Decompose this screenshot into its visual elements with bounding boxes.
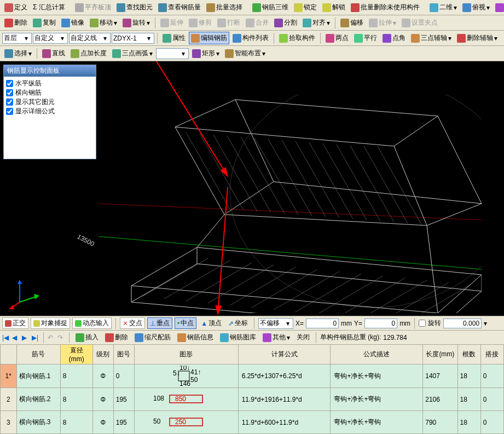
- delaux-btn[interactable]: 删除辅轴 ▾: [455, 32, 500, 44]
- coord-toggle[interactable]: ⇗坐标: [226, 317, 250, 329]
- panel-item-3[interactable]: 显示详细公式: [6, 107, 94, 116]
- dyn-btn[interactable]: 动态: [493, 1, 504, 14]
- nav-next[interactable]: ▶: [22, 334, 30, 342]
- rect-btn[interactable]: 矩形 ▾: [190, 47, 222, 60]
- pickelem-btn[interactable]: 拾取构件: [277, 32, 317, 44]
- offset-btn[interactable]: 偏移: [338, 16, 366, 29]
- nav-rebarinfo[interactable]: 钢筋信息: [175, 331, 216, 344]
- panel-item-0[interactable]: 水平纵筋: [6, 79, 94, 88]
- nav-scalerebar[interactable]: 缩尺配筋: [132, 331, 173, 344]
- break-btn[interactable]: 打断: [215, 16, 242, 29]
- merge-btn[interactable]: 合并: [244, 16, 271, 29]
- cell-shape[interactable]: 50250: [134, 411, 238, 434]
- findelem-btn[interactable]: 查找图元: [114, 1, 155, 14]
- rot-input[interactable]: [443, 319, 482, 328]
- rebar3d-btn[interactable]: 钢筋三维: [250, 1, 291, 14]
- cell-len[interactable]: 2106: [423, 388, 457, 411]
- select-btn[interactable]: 选择 ▾: [2, 47, 34, 60]
- pointangle-btn[interactable]: 点角: [380, 32, 408, 44]
- table-row[interactable]: 1*横向钢筋.18Φ010↓5↓41↑501466.25*d+1307+6.25…: [1, 364, 504, 388]
- persp-btn[interactable]: 俯视 ▾: [460, 1, 492, 14]
- th-splice[interactable]: 搭接: [480, 345, 503, 364]
- cell-shape[interactable]: 108850: [134, 388, 238, 411]
- cell-id[interactable]: 横向钢筋.2: [16, 388, 60, 411]
- th-diameter[interactable]: 直径(mm): [60, 345, 92, 364]
- stretch-btn[interactable]: 拉伸 ▾: [367, 16, 398, 29]
- rot-check[interactable]: [419, 320, 426, 327]
- nav-other[interactable]: 其他 ▾: [260, 331, 292, 344]
- nav-undo[interactable]: ↶: [48, 334, 55, 342]
- table-row[interactable]: 3横向钢筋.38Φ1955025011.9*d+600+11.9*d弯钩+净长+…: [1, 411, 504, 434]
- cell-formula[interactable]: 11.9*d+600+11.9*d: [238, 411, 331, 434]
- lock-btn[interactable]: 锁定: [292, 1, 319, 14]
- cell-desc[interactable]: 弯钩+净长+弯钩: [331, 364, 423, 388]
- arc3-btn[interactable]: 三点画弧 ▾: [110, 47, 155, 60]
- nav-prev[interactable]: ◀: [12, 334, 20, 342]
- unlock-btn[interactable]: 解锁: [320, 1, 347, 14]
- batchsel-btn[interactable]: 批量选择: [204, 1, 245, 14]
- panel-check-1[interactable]: [6, 89, 13, 96]
- nav-insert[interactable]: 插入: [73, 331, 101, 344]
- viewport-3d[interactable]: 钢筋显示控制面板 水平纵筋 横向钢筋 显示其它图元 显示详细公式: [0, 61, 504, 316]
- cell-dia[interactable]: 8: [60, 388, 92, 411]
- th-count[interactable]: 根数: [457, 345, 480, 364]
- panel-check-3[interactable]: [6, 108, 13, 115]
- mirror-btn[interactable]: 镜像: [59, 16, 86, 29]
- zdyx-drop[interactable]: ZDYX-1▾: [112, 33, 154, 44]
- cell-spl[interactable]: 0: [480, 364, 503, 388]
- nav-last[interactable]: ▶|: [32, 334, 39, 342]
- rebar-grid[interactable]: 筋号 直径(mm) 级别 图号 图形 计算公式 公式描述 长度(mm) 根数 搭…: [0, 344, 504, 434]
- cell-dia[interactable]: 8: [60, 411, 92, 434]
- rotate-btn[interactable]: 旋转 ▾: [120, 16, 152, 29]
- panel-check-0[interactable]: [6, 80, 13, 87]
- nav-first[interactable]: |◀: [2, 334, 10, 342]
- extend-btn[interactable]: 延伸: [158, 16, 186, 29]
- th-level[interactable]: 级别: [92, 345, 113, 364]
- cell-shapeno[interactable]: 195: [113, 388, 134, 411]
- x-input[interactable]: [306, 319, 339, 328]
- line-btn[interactable]: 直线: [40, 47, 67, 60]
- floor-drop[interactable]: 首层▾: [2, 33, 32, 44]
- define-btn[interactable]: 定义: [2, 1, 30, 14]
- twotri-btn[interactable]: 二维 ▾: [427, 1, 459, 14]
- del-btn[interactable]: 删除: [2, 16, 30, 29]
- mid-toggle[interactable]: •中点: [175, 317, 196, 329]
- osnap-toggle[interactable]: 对象捕捉: [31, 317, 70, 329]
- smartlay-btn[interactable]: 智能布置 ▾: [223, 47, 268, 60]
- cell-level[interactable]: Φ: [92, 388, 113, 411]
- panel-item-2[interactable]: 显示其它图元: [6, 97, 94, 107]
- cell-dia[interactable]: 8: [60, 364, 92, 388]
- cell-len[interactable]: 790: [423, 411, 457, 434]
- style-drop[interactable]: ▾: [156, 48, 189, 59]
- panel-check-2[interactable]: [6, 99, 13, 106]
- cell-desc[interactable]: 弯钩+净长+弯钩: [331, 388, 423, 411]
- elemlist-btn[interactable]: 构件列表: [230, 32, 271, 44]
- cell-id[interactable]: 横向钢筋.1: [16, 364, 60, 388]
- y-input[interactable]: [364, 319, 397, 328]
- nav-close[interactable]: 关闭: [294, 331, 312, 344]
- th-shapeno[interactable]: 图号: [113, 345, 134, 364]
- nav-rebarlibrary[interactable]: 钢筋图库: [218, 331, 258, 344]
- cell-len[interactable]: 1407: [423, 364, 457, 388]
- cell-level[interactable]: Φ: [92, 364, 113, 388]
- cell-cnt[interactable]: 18: [457, 388, 480, 411]
- row-num[interactable]: 3: [1, 411, 17, 434]
- row-num[interactable]: 2: [1, 388, 17, 411]
- custom1-drop[interactable]: 自定义▾: [33, 33, 68, 44]
- cell-shape[interactable]: 10↓5↓41↑50146: [134, 364, 238, 388]
- ortho-toggle[interactable]: 正交: [2, 317, 28, 329]
- split-btn[interactable]: 分割: [272, 16, 299, 29]
- cell-formula[interactable]: 11.9*d+1916+11.9*d: [238, 388, 331, 411]
- th-shape[interactable]: 图形: [134, 345, 238, 364]
- th-formula[interactable]: 计算公式: [238, 345, 331, 364]
- parallel-btn[interactable]: 平行: [352, 32, 379, 44]
- dyninput-toggle[interactable]: 动态输入: [72, 317, 112, 329]
- th-length[interactable]: 长度(mm): [423, 345, 457, 364]
- editrebar-btn[interactable]: 编辑钢筋: [189, 32, 229, 44]
- cell-spl[interactable]: 0: [480, 388, 503, 411]
- move-btn[interactable]: 移动 ▾: [88, 16, 119, 29]
- batchdel-btn[interactable]: 批量删除未使用构件: [349, 1, 422, 14]
- cell-shapeno[interactable]: 195: [113, 411, 134, 434]
- setpivot-btn[interactable]: 设置夹点: [399, 16, 440, 29]
- cell-spl[interactable]: 0: [480, 411, 503, 434]
